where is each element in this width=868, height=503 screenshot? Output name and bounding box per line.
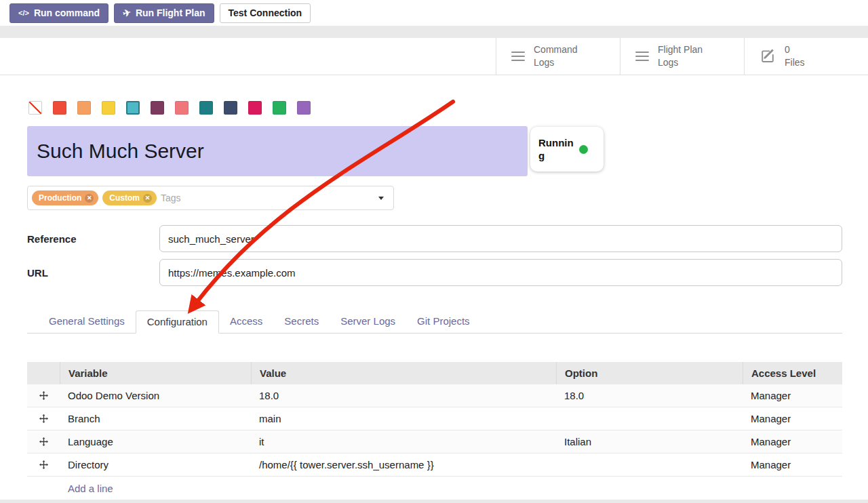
cell-value[interactable]: it (251, 436, 556, 447)
flight-plan-logs-label: Flight Plan Logs (658, 43, 703, 69)
command-logs-button[interactable]: Command Logs (496, 38, 620, 75)
cell-variable[interactable]: Odoo Demo Version (60, 390, 251, 401)
url-field-row: URL (27, 259, 842, 286)
tabs-bar: General Settings Configuration Access Se… (27, 310, 842, 334)
tab-secrets[interactable]: Secrets (273, 310, 330, 333)
color-swatch-plum[interactable] (151, 101, 164, 115)
remove-tag-icon[interactable]: ✕ (143, 194, 152, 203)
configuration-table: Variable Value Option Access Level Odoo … (27, 362, 842, 500)
cell-value[interactable]: /home/{{ tower.server.ssh_username }} (251, 459, 556, 470)
reference-field-row: Reference (27, 225, 842, 252)
drag-handle-icon[interactable] (27, 437, 60, 446)
color-swatch-magenta[interactable] (248, 101, 262, 115)
edit-icon (760, 47, 776, 66)
color-swatch-yellow[interactable] (102, 101, 115, 115)
cell-access-level[interactable]: Manager (743, 459, 842, 470)
status-label: Running (538, 136, 574, 163)
color-swatch-purple[interactable] (297, 101, 311, 115)
status-card[interactable]: Running (530, 127, 604, 172)
server-name-input[interactable]: Such Much Server (27, 126, 528, 176)
command-logs-label: Command Logs (534, 43, 578, 69)
color-swatch-no-color[interactable] (28, 101, 42, 115)
run-command-button[interactable]: </> Run command (9, 3, 108, 23)
table-row[interactable]: Branch main Manager (27, 407, 842, 430)
table-row[interactable]: Directory /home/{{ tower.server.ssh_user… (27, 454, 842, 477)
tab-general-settings[interactable]: General Settings (38, 310, 136, 333)
drag-handle-icon[interactable] (27, 391, 60, 400)
table-row[interactable]: Language it Italian Manager (27, 430, 842, 454)
list-lines-icon (511, 52, 525, 62)
cell-option[interactable]: 18.0 (556, 390, 743, 401)
server-form-page: </> Run command ✈ Run Flight Plan Test C… (0, 0, 868, 503)
cell-value[interactable]: main (251, 413, 556, 424)
tag-label: Custom (109, 193, 140, 203)
run-flight-plan-label: Run Flight Plan (136, 7, 205, 18)
color-swatch-red[interactable] (53, 101, 66, 115)
run-command-label: Run command (34, 7, 100, 18)
add-line-link[interactable]: Add a line (68, 483, 113, 494)
cell-option[interactable]: Italian (556, 436, 743, 447)
column-handle (27, 362, 60, 384)
cell-access-level[interactable]: Manager (743, 390, 842, 401)
column-option: Option (556, 362, 743, 384)
color-swatch-teal[interactable] (199, 101, 213, 115)
reference-label: Reference (27, 233, 159, 245)
form-content: Such Much Server Running Production ✕ Cu… (0, 101, 868, 500)
color-swatch-orange[interactable] (77, 101, 91, 115)
color-swatch-salmon[interactable] (175, 101, 189, 115)
cell-variable[interactable]: Directory (60, 459, 251, 470)
tags-input[interactable]: Production ✕ Custom ✕ Tags (27, 186, 394, 210)
cell-value[interactable]: 18.0 (251, 390, 556, 401)
column-access-level: Access Level (743, 362, 842, 384)
table-row[interactable]: Odoo Demo Version 18.0 18.0 Manager (27, 384, 842, 407)
chevron-down-icon[interactable] (378, 197, 384, 200)
separator-band (0, 26, 868, 38)
color-swatch-navy[interactable] (224, 101, 237, 115)
tab-access[interactable]: Access (219, 310, 273, 333)
test-connection-button[interactable]: Test Connection (220, 3, 311, 23)
tab-configuration[interactable]: Configuration (136, 310, 219, 334)
bottom-separator-band (0, 500, 868, 503)
tags-placeholder: Tags (161, 193, 181, 203)
status-dot (579, 145, 588, 154)
color-swatch-cyan[interactable] (126, 101, 140, 115)
column-value: Value (251, 362, 556, 384)
run-flight-plan-button[interactable]: ✈ Run Flight Plan (114, 3, 214, 23)
drag-handle-icon[interactable] (27, 460, 60, 469)
files-button[interactable]: 0 Files (744, 38, 868, 75)
cell-variable[interactable]: Branch (60, 413, 251, 424)
cell-access-level[interactable]: Manager (743, 413, 842, 424)
title-row: Such Much Server Running (27, 126, 842, 176)
code-icon: </> (18, 9, 29, 17)
tab-git-projects[interactable]: Git Projects (406, 310, 481, 333)
cell-variable[interactable]: Language (60, 436, 251, 447)
url-input[interactable] (159, 259, 842, 286)
top-toolbar: </> Run command ✈ Run Flight Plan Test C… (0, 0, 868, 26)
paper-plane-icon: ✈ (121, 7, 132, 19)
column-variable: Variable (60, 362, 251, 384)
files-label: 0 Files (785, 43, 805, 69)
tag-production: Production ✕ (32, 190, 98, 205)
header-strip: Command Logs Flight Plan Logs 0 Files (0, 38, 868, 75)
list-lines-icon (635, 52, 649, 62)
tag-label: Production (39, 193, 81, 203)
table-header: Variable Value Option Access Level (27, 362, 842, 384)
cell-access-level[interactable]: Manager (743, 436, 842, 447)
url-label: URL (27, 267, 159, 279)
reference-input[interactable] (159, 225, 842, 252)
tag-custom: Custom ✕ (102, 190, 157, 205)
remove-tag-icon[interactable]: ✕ (85, 194, 94, 203)
flight-plan-logs-button[interactable]: Flight Plan Logs (620, 38, 744, 75)
color-swatch-green[interactable] (273, 101, 286, 115)
add-line-row: Add a line (27, 477, 842, 500)
color-picker (28, 101, 842, 115)
drag-handle-icon[interactable] (27, 414, 60, 423)
tab-server-logs[interactable]: Server Logs (330, 310, 406, 333)
